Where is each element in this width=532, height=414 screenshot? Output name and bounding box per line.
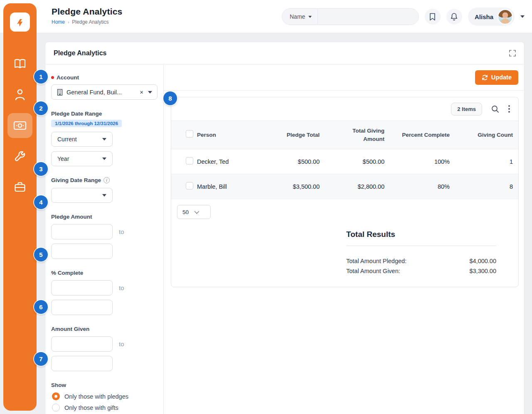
row-checkbox[interactable] [186,182,193,190]
show-radio-group: Only those with pledges Only those with … [51,392,158,414]
account-label: Account [51,74,158,81]
panel-title: Pledge Analytics [54,49,106,57]
sidebar-item-tools[interactable] [7,144,32,169]
amount-given-min-input[interactable] [51,336,113,352]
search-scope-dropdown[interactable]: Name [282,9,318,25]
radio-icon[interactable] [52,404,60,412]
filter-percent-complete: % Complete to [51,270,158,315]
results-grid-card: 2 Items [171,97,519,287]
table-row[interactable]: Decker, Ted $500.00 $500.00 100% 1 [171,149,519,174]
clear-account-icon[interactable]: × [139,89,144,96]
radio-selected-icon[interactable] [52,392,60,400]
book-icon [14,59,26,69]
cell-pledge-total: $3,500.00 [276,174,326,199]
select-all-checkbox[interactable] [186,130,193,138]
account-caret-icon[interactable] [148,91,152,94]
grid-menu-button[interactable] [508,105,510,113]
chevron-down-icon [195,209,199,214]
giving-date-range-select[interactable] [51,188,113,203]
notifications-button[interactable] [446,9,462,25]
col-pledge-total[interactable]: Pledge Total [276,121,326,149]
sidebar-item-person[interactable] [7,82,32,107]
chevron-down-icon [102,194,106,197]
chevron-down-icon [308,16,312,18]
pledge-amount-min-input[interactable] [51,224,113,239]
user-menu-caret-icon[interactable] [520,15,525,18]
col-giving-count[interactable]: Giving Count [456,121,519,149]
amount-given-label: Amount Given [51,326,158,332]
percent-complete-max-input[interactable] [51,300,113,315]
pledge-date-mode-select[interactable]: Current [51,132,113,147]
app-logo[interactable] [10,12,30,32]
total-results-section: Total Results Total Amount Pledged: $4,0… [346,230,518,276]
breadcrumb-current: Pledge Analytics [72,19,108,25]
pledge-date-range-badge: 1/1/2026 through 12/31/2026 [51,120,122,127]
sidebar-item-work[interactable] [7,175,32,200]
user-menu[interactable]: Alisha [468,7,515,26]
rock-logo-icon [14,16,26,28]
total-results-title: Total Results [346,230,496,239]
search-input[interactable] [318,9,419,25]
percent-complete-min-input[interactable] [51,280,113,296]
filter-account: Account General Fund, Buil... × [51,74,158,100]
panel-body: Account General Fund, Buil... × Pledge D… [45,64,524,414]
chevron-down-icon [102,158,106,160]
pledge-amount-max-input[interactable] [51,244,113,259]
cell-pledge-total: $500.00 [276,149,326,174]
col-total-giving[interactable]: Total Giving Amount [326,121,391,149]
pledge-date-range-label: Pledge Date Range [51,111,158,117]
grid-search-button[interactable] [491,105,499,113]
cash-icon [13,121,27,131]
bell-icon [450,12,458,21]
cell-percent: 80% [391,174,456,199]
total-given-row: Total Amount Given: $3,300.00 [346,266,496,276]
table-row[interactable]: Marble, Bill $3,500.00 $2,800.00 80% 8 [171,174,519,199]
cell-count: 8 [456,174,519,199]
breadcrumb-home-link[interactable]: Home [52,19,65,25]
filter-pledge-amount: Pledge Amount to [51,214,158,259]
giving-date-range-label: Giving Date Range i [51,177,158,183]
divider [346,246,496,246]
row-checkbox[interactable] [186,157,193,165]
page-title: Pledge Analytics [52,7,122,17]
amount-given-max-input[interactable] [51,356,113,371]
cell-total-giving: $2,800.00 [326,174,391,199]
total-given-value: $3,300.00 [469,266,496,276]
total-pledged-label: Total Amount Pledged: [346,256,406,266]
info-icon: i [103,177,110,183]
pagination-bar: 50 [171,199,518,219]
items-count-badge: 2 Items [451,103,482,116]
col-person[interactable]: Person [197,121,276,149]
sidebar-item-giving-active[interactable] [7,113,32,138]
total-given-label: Total Amount Given: [346,266,400,276]
callout-5-percent-complete: 5 [34,248,48,261]
topbar-actions: Name Alisha [282,0,525,33]
sidebar-item-people-book[interactable] [7,52,32,76]
callout-7-show: 7 [34,352,48,366]
briefcase-icon [14,182,26,192]
radio-only-gifts[interactable]: Only those with gifts [52,404,158,412]
radio-only-pledges[interactable]: Only those with pledges [52,392,158,400]
refresh-icon [482,74,488,81]
cell-person: Decker, Ted [197,149,276,174]
to-label: to [119,228,124,235]
callout-3-giving-date-range: 3 [34,162,48,176]
update-button[interactable]: Update [475,70,518,85]
global-search: Name [282,8,419,25]
expand-icon [509,50,516,57]
sidebar-nav [7,52,32,205]
col-percent-complete[interactable]: Percent Complete [391,121,456,149]
account-picker[interactable]: General Fund, Buil... × [51,84,158,100]
fullscreen-button[interactable] [509,50,516,57]
pledge-date-unit-select[interactable]: Year [51,151,113,166]
show-label: Show [51,382,158,388]
filter-pledge-date-range: Pledge Date Range 1/1/2026 through 12/31… [51,111,158,166]
total-pledged-value: $4,000.00 [469,256,496,266]
page-size-select[interactable]: 50 [177,205,211,219]
cell-person: Marble, Bill [197,174,276,199]
bookmarks-button[interactable] [425,9,441,25]
search-icon [491,105,499,113]
total-pledged-row: Total Amount Pledged: $4,000.00 [346,256,496,266]
cell-count: 1 [456,149,519,174]
cell-percent: 100% [391,149,456,174]
